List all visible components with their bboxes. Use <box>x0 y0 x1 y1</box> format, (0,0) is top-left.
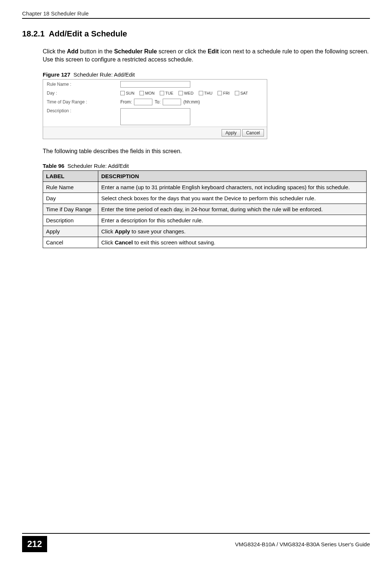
form-row-description: Description : <box>43 107 267 127</box>
bold-add: Add <box>67 48 78 54</box>
post-figure-paragraph: The following table describes the fields… <box>43 147 370 155</box>
day-label: WED <box>184 91 194 95</box>
label-to: To: <box>155 99 160 105</box>
table-row: Time if Day Range Enter the time period … <box>43 204 367 215</box>
label-from: From: <box>120 99 132 105</box>
checkbox-icon <box>235 91 239 95</box>
bold-scheduler-rule: Scheduler Rule <box>114 48 157 54</box>
cell-label: Cancel <box>43 237 98 248</box>
text-fragment: screen or click the <box>157 48 208 54</box>
day-label: SUN <box>126 91 134 95</box>
bold-edit: Edit <box>208 48 219 54</box>
table-row: Description Enter a description for this… <box>43 215 367 226</box>
table-label: Table 96 <box>43 163 64 169</box>
section-number: 18.2.1 <box>22 29 45 38</box>
checkbox-icon <box>199 91 203 95</box>
page-footer: 212 VMG8324-B10A / VMG8324-B30A Series U… <box>22 533 370 552</box>
bold-apply: Apply <box>115 228 130 234</box>
day-mon[interactable]: MON <box>140 91 155 95</box>
day-fri[interactable]: FRI <box>218 91 230 95</box>
rule-name-input[interactable] <box>120 81 190 88</box>
cell-label: Description <box>43 215 98 226</box>
cell-desc: Enter a description for this scheduler r… <box>98 215 367 226</box>
day-label: THU <box>204 91 213 95</box>
label-description: Description : <box>47 108 120 113</box>
cell-desc: Click Apply to save your changes. <box>98 226 367 237</box>
form-row-rule-name: Rule Name : <box>43 80 267 89</box>
checkbox-icon <box>179 91 183 95</box>
cell-label: Day <box>43 193 98 204</box>
table-caption-text: Scheduler Rule: Add/Edit <box>67 163 129 169</box>
table-row: Cancel Click Cancel to exit this screen … <box>43 237 367 248</box>
section-title: Add/Edit a Schedule <box>49 29 127 38</box>
checkbox-icon <box>160 91 164 95</box>
section-heading: 18.2.1 Add/Edit a Schedule <box>22 29 370 39</box>
from-input[interactable] <box>134 99 152 105</box>
text-fragment: Click the <box>43 48 67 54</box>
figure-caption-text: Scheduler Rule: Add/Edit <box>73 71 135 78</box>
day-sat[interactable]: SAT <box>235 91 248 95</box>
day-label: SAT <box>240 91 248 95</box>
to-input[interactable] <box>163 99 181 105</box>
checkbox-icon <box>120 91 125 95</box>
table-row: Rule Name Enter a name (up to 31 printab… <box>43 182 367 193</box>
text-fragment: button in the <box>78 48 114 54</box>
footer-rule <box>22 533 370 534</box>
label-rule-name: Rule Name : <box>47 82 120 87</box>
text-fragment: Click <box>101 228 115 234</box>
text-fragment: Click <box>101 239 115 246</box>
figure-caption: Figure 127 Scheduler Rule: Add/Edit <box>43 71 370 78</box>
th-description: DESCRIPTION <box>98 171 367 182</box>
form-row-time-range: Time of Day Range : From: To: (hh:mm) <box>43 97 267 107</box>
page-number: 212 <box>22 536 47 552</box>
bold-cancel: Cancel <box>115 239 133 246</box>
cell-desc: Enter the time period of each day, in 24… <box>98 204 367 215</box>
intro-paragraph: Click the Add button in the Scheduler Ru… <box>43 47 370 64</box>
form-row-day: Day : SUN MON TUE WED THU FRI SAT <box>43 89 267 97</box>
label-hhmm: (hh:mm) <box>183 99 200 105</box>
description-textarea[interactable] <box>120 108 190 125</box>
table-caption: Table 96 Scheduler Rule: Add/Edit <box>43 163 370 169</box>
day-label: FRI <box>223 91 230 95</box>
checkbox-icon <box>140 91 144 95</box>
checkbox-icon <box>218 91 222 95</box>
description-table: LABEL DESCRIPTION Rule Name Enter a name… <box>43 170 367 248</box>
cell-label: Time if Day Range <box>43 204 98 215</box>
cell-desc: Click Cancel to exit this screen without… <box>98 237 367 248</box>
label-time-range: Time of Day Range : <box>47 99 120 105</box>
th-label: LABEL <box>43 171 98 182</box>
text-fragment: to save your changes. <box>130 228 186 234</box>
day-label: TUE <box>165 91 173 95</box>
table-row: Day Select check boxes for the days that… <box>43 193 367 204</box>
header-rule <box>22 18 370 19</box>
cell-label: Apply <box>43 226 98 237</box>
label-day: Day : <box>47 91 120 96</box>
day-wed[interactable]: WED <box>179 91 194 95</box>
apply-button[interactable]: Apply <box>222 129 241 137</box>
day-label: MON <box>145 91 155 95</box>
cell-desc: Enter a name (up to 31 printable English… <box>98 182 367 193</box>
day-sun[interactable]: SUN <box>120 91 134 95</box>
footer-guide-text: VMG8324-B10A / VMG8324-B30A Series User'… <box>235 541 370 547</box>
table-row: Apply Click Apply to save your changes. <box>43 226 367 237</box>
cancel-button[interactable]: Cancel <box>242 129 264 137</box>
text-fragment: to exit this screen without saving. <box>133 239 215 246</box>
chapter-header: Chapter 18 Scheduler Rule <box>22 10 370 17</box>
day-tue[interactable]: TUE <box>160 91 173 95</box>
cell-label: Rule Name <box>43 182 98 193</box>
figure-frame: Rule Name : Day : SUN MON TUE WED THU FR… <box>43 79 267 139</box>
figure-footer: Apply Cancel <box>43 127 267 139</box>
day-thu[interactable]: THU <box>199 91 213 95</box>
cell-desc: Select check boxes for the days that you… <box>98 193 367 204</box>
figure-label: Figure 127 <box>43 71 70 78</box>
